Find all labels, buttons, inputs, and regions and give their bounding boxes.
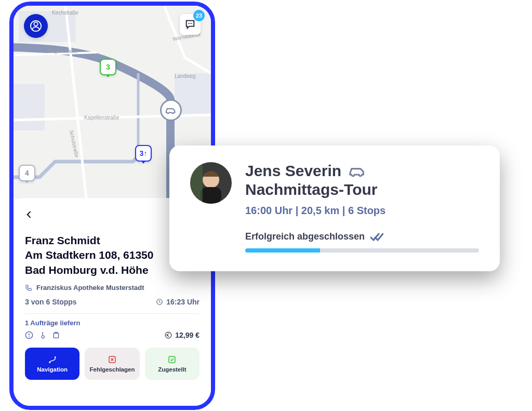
tour-summary-card[interactable]: Jens Severin Nachmittags-Tour 16:00 Uhr … xyxy=(169,145,500,271)
euro-icon xyxy=(165,332,172,339)
driver-avatar xyxy=(190,162,232,204)
svg-point-8 xyxy=(191,23,192,24)
map-topbar: 23 xyxy=(14,14,211,38)
phone-icon xyxy=(25,284,32,291)
chat-button[interactable]: 23 xyxy=(180,14,201,35)
svg-point-13 xyxy=(165,332,171,338)
deliver-count: 1 Aufträge liefern xyxy=(25,319,200,327)
chevron-left-icon xyxy=(25,210,33,219)
svg-point-15 xyxy=(54,356,56,358)
tour-progress-bar xyxy=(245,248,479,253)
failed-button[interactable]: Fehlgeschlagen xyxy=(85,348,139,380)
double-check-icon xyxy=(370,232,383,242)
tour-meta: 16:00 Uhr | 20,5 km | 6 Stops xyxy=(245,205,479,217)
svg-rect-1 xyxy=(14,84,45,130)
failed-label: Fehlgeschlagen xyxy=(90,366,135,373)
tour-body: Jens Severin Nachmittags-Tour 16:00 Uhr … xyxy=(245,162,479,253)
tour-status-text: Erfolgreich abgeschlossen xyxy=(245,231,365,242)
temperature-icon xyxy=(38,331,47,339)
package-icon xyxy=(52,331,60,339)
driver-name: Jens Severin xyxy=(245,162,341,180)
svg-point-7 xyxy=(190,23,191,24)
pharmacy-name: Franziskus Apotheke Musterstadt xyxy=(36,284,144,291)
map-marker-green[interactable]: 3 xyxy=(100,59,116,75)
x-square-icon xyxy=(108,355,117,364)
chat-icon xyxy=(184,19,196,30)
vehicle-pin[interactable] xyxy=(160,99,182,121)
svg-point-11 xyxy=(29,336,30,337)
stops-progress: 3 von 6 Stopps xyxy=(25,298,77,306)
svg-rect-21 xyxy=(190,162,203,204)
stop-meta-row: 3 von 6 Stopps 16:23 Uhr xyxy=(25,298,200,306)
profile-button[interactable] xyxy=(24,14,48,38)
svg-point-6 xyxy=(188,23,189,24)
delivered-label: Zugestellt xyxy=(158,366,186,373)
svg-point-4 xyxy=(34,22,37,26)
tour-name: Nachmittags-Tour xyxy=(245,181,479,198)
street-label: Hagenstraße xyxy=(48,48,78,54)
map-marker-gray[interactable]: 4 xyxy=(19,165,35,181)
svg-rect-20 xyxy=(201,187,221,204)
street-label: Kapellenstraße xyxy=(84,115,119,121)
svg-rect-17 xyxy=(169,356,175,363)
check-square-icon xyxy=(167,355,177,364)
address-line-2: Bad Homburg v.d. Höhe xyxy=(25,264,149,276)
tour-progress-fill xyxy=(245,248,320,253)
route-icon xyxy=(48,355,57,364)
pharmacy-row[interactable]: Franziskus Apotheke Musterstadt xyxy=(25,284,200,291)
navigation-button[interactable]: Navigation xyxy=(25,348,79,380)
address-line-1: Am Stadtkern 108, 61350 xyxy=(25,249,153,261)
chat-badge: 23 xyxy=(193,10,205,21)
street-label: Landweg xyxy=(175,73,196,79)
car-icon xyxy=(165,106,177,114)
stop-time: 16:23 Uhr xyxy=(166,298,200,306)
user-icon xyxy=(30,20,42,32)
navigation-label: Navigation xyxy=(37,366,68,373)
divider xyxy=(25,313,200,314)
map-marker-blue[interactable]: 3↑ xyxy=(135,145,152,162)
delivered-button[interactable]: Zugestellt xyxy=(145,348,200,380)
clock-icon xyxy=(156,298,163,306)
svg-point-14 xyxy=(49,362,50,363)
customer-name: Franz Schmidt xyxy=(25,234,100,246)
action-row: Navigation Fehlgeschlagen Zugestellt xyxy=(25,348,200,380)
svg-rect-12 xyxy=(54,333,58,338)
alert-icon xyxy=(25,331,33,339)
tour-status-row: Erfolgreich abgeschlossen xyxy=(245,231,479,242)
price: 12,99 € xyxy=(175,331,200,339)
attributes-row: 12,99 € xyxy=(25,331,200,339)
car-icon xyxy=(349,165,366,177)
